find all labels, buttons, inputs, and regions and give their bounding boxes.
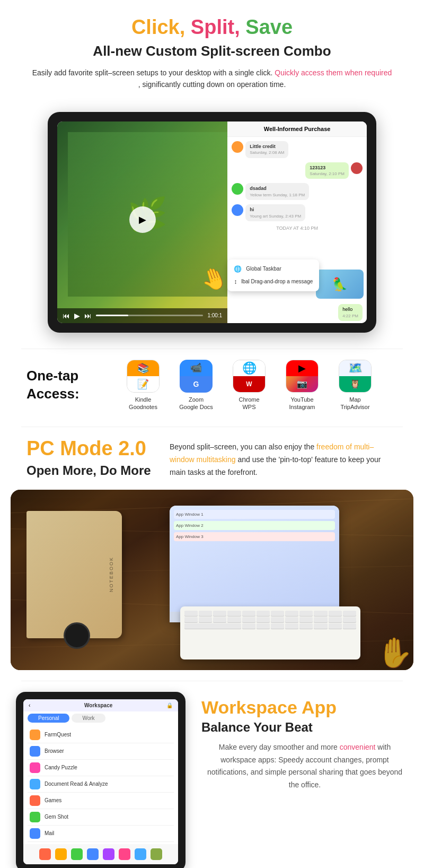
keyboard-image: NOTEBOOK App Window 1 App Window 2 App W…: [11, 490, 413, 670]
app-name-browser: Browser: [45, 748, 64, 754]
list-item-browser: Browser: [28, 743, 174, 760]
onetap-section: One-tapAccess: 📚 📝 KindleGoodnotes 📹 G Z…: [0, 349, 424, 427]
workspace-screen: ‹ Workspace 🔒 Personal Work FarmQuest Br…: [23, 699, 178, 864]
pcmode-link: 'pin-to-top': [278, 455, 313, 464]
sender-3: hi: [250, 206, 301, 213]
workspace-tabs: Personal Work: [23, 711, 178, 725]
list-item-gemshot: Gem Shot: [28, 809, 174, 826]
app-dot-games: [30, 795, 40, 806]
app-item-map: 🗺️ 🦉 MapTripAdvisor: [334, 360, 376, 411]
zoom-label: ZoomGoogle Docs: [179, 396, 213, 411]
hero-section: Click, Split, Save All-new Custom Split-…: [0, 0, 424, 101]
zoom-icon-wrapper: 📹 G: [180, 360, 213, 393]
app-dot-document: [30, 779, 40, 789]
bubble-3: hi Young art Sunday, 2:43 PM: [245, 204, 305, 221]
app-dot-mail: [30, 828, 40, 839]
app-dot-browser: [30, 746, 40, 757]
dock-icon-lightblue: [135, 848, 146, 860]
workspace-right-panel: Workspace App Balance Your Beat Make eve…: [201, 692, 408, 792]
time-2: Yellow term Sunday, 1:18 PM: [250, 192, 305, 198]
workspace-app-list: FarmQuest Browser Candy Puzzle Document …: [23, 725, 178, 844]
app-item-zoom: 📹 G ZoomGoogle Docs: [175, 360, 217, 411]
mini-app-2: App Window 2: [174, 521, 335, 530]
youtube-top: ▶: [286, 360, 318, 376]
pcmode-title: PC Mode 2.0: [26, 438, 154, 460]
app-name-gemshot: Gem Shot: [45, 814, 68, 820]
title-save: Save: [240, 16, 293, 38]
ws-lock-icon: 🔒: [166, 702, 173, 708]
pcmode-pc-text: PC Mode: [26, 437, 113, 459]
mini-app-3: App Window 3: [174, 532, 335, 541]
context-item-1[interactable]: 🌐 Global Taskbar: [227, 263, 319, 275]
kindle-top: 📚: [127, 360, 159, 376]
app-name-document: Document Read & Analyze: [45, 781, 108, 787]
app-dot-farmquest: [30, 730, 40, 740]
hero-description: Easily add favorite split–screen setups …: [32, 67, 392, 91]
tablet-container: 🌿 ▶ ⏮ ▶ ⏭ 1:00:1 Well-Informed Purchase: [0, 101, 424, 349]
video-controls: ⏮ ▶ ⏭ 1:00:1: [57, 308, 227, 323]
bubble-2: dsadad Yellow term Sunday, 1:18 PM: [245, 183, 309, 200]
tripadvisor-bottom: 🦉: [339, 376, 371, 392]
map-icon-wrapper: 🗺️ 🦉: [339, 360, 372, 393]
time-3: Young art Sunday, 2:43 PM: [250, 213, 301, 219]
goodnotes-bottom: 📝: [127, 376, 159, 392]
today-divider: TODAY AT 4:10 PM: [232, 225, 363, 231]
global-icon: 🌐: [234, 265, 242, 273]
workspace-app-title: Workspace App: [201, 697, 408, 718]
context-item-2[interactable]: ↕ lbal Drag-and-drop a message: [227, 275, 319, 288]
notebook: NOTEBOOK: [26, 511, 122, 638]
chrome-label: ChromeWPS: [238, 396, 259, 411]
mini-app-1: App Window 1: [174, 510, 335, 519]
bird-image: 🦜: [316, 270, 364, 299]
dock-icon-red: [39, 848, 51, 860]
context-menu[interactable]: 🌐 Global Taskbar ↕ lbal Drag-and-drop a …: [227, 259, 319, 291]
dock-icon-orange: [55, 848, 67, 860]
chat-message-right: 123123 Saturday, 2:10 PM: [232, 162, 363, 179]
workspace-section: ‹ Workspace 🔒 Personal Work FarmQuest Br…: [0, 681, 424, 868]
video-panel: 🌿 ▶ ⏮ ▶ ⏭ 1:00:1: [57, 121, 227, 323]
coffee-mug: [64, 622, 90, 649]
chrome-icon-wrapper: 🌐 W: [233, 360, 266, 393]
youtube-icon-wrapper: ▶ 📷: [286, 360, 319, 393]
kindle-label: KindleGoodnotes: [129, 396, 157, 411]
app-item-kindle: 📚 📝 KindleGoodnotes: [122, 360, 164, 411]
ws-back-arrow[interactable]: ‹: [29, 702, 30, 708]
time-right: Saturday, 2:10 PM: [310, 171, 344, 177]
drag-icon: ↕: [234, 278, 237, 285]
app-item-chrome: 🌐 W ChromeWPS: [228, 360, 270, 411]
progress-fill: [96, 315, 128, 316]
ws-highlight: convenient: [340, 743, 376, 751]
desc-highlight: Quickly access them when required: [275, 68, 392, 77]
chat-message-1: Little credit Saturday, 2:08 AM: [232, 141, 363, 158]
workspace-subtitle: Balance Your Beat: [201, 720, 408, 735]
avatar-3: [232, 204, 243, 216]
bubble-1: Little credit Saturday, 2:08 AM: [245, 141, 288, 158]
play-button[interactable]: ▶: [129, 206, 156, 233]
progress-bar[interactable]: [96, 315, 203, 316]
app-item-youtube: ▶ 📷 YouTubeInstagram: [281, 360, 323, 411]
tab-personal[interactable]: Personal: [28, 714, 69, 723]
map-top: 🗺️: [339, 360, 371, 376]
chat-message-3: hi Young art Sunday, 2:43 PM: [232, 204, 363, 221]
pcmode-desc1: Beyond split–screen, you can also enjoy …: [170, 442, 314, 451]
rewind-icon[interactable]: ⏮: [63, 311, 70, 320]
sender-2: dsadad: [250, 185, 305, 192]
map-label: MapTripAdvisor: [340, 396, 369, 411]
pcmode-desc2: and use the: [237, 455, 276, 464]
wps-bottom: W: [233, 376, 265, 392]
workspace-title: Workspace: [84, 702, 112, 708]
time-label: 1:00:1: [207, 313, 222, 318]
dock-icon-pink: [119, 848, 130, 860]
play-icon[interactable]: ▶: [74, 311, 80, 320]
keyboard-keys: [180, 606, 360, 633]
forward-icon[interactable]: ⏭: [84, 311, 92, 320]
tab-work[interactable]: Work: [72, 714, 105, 723]
kindle-icon-wrapper: 📚 📝: [127, 360, 160, 393]
tablet-mockup: 🌿 ▶ ⏮ ▶ ⏭ 1:00:1 Well-Informed Purchase: [48, 112, 376, 333]
ws-desc1: Make every day smoother and more: [219, 743, 338, 751]
pcmode-right: Beyond split–screen, you can also enjoy …: [170, 438, 398, 479]
pcmode-ver-num: 2.0: [118, 437, 146, 459]
pcmode-subtitle: Open More, Do More: [26, 463, 154, 478]
avatar-2: [232, 183, 243, 195]
list-item-mail: Mail: [28, 826, 174, 842]
